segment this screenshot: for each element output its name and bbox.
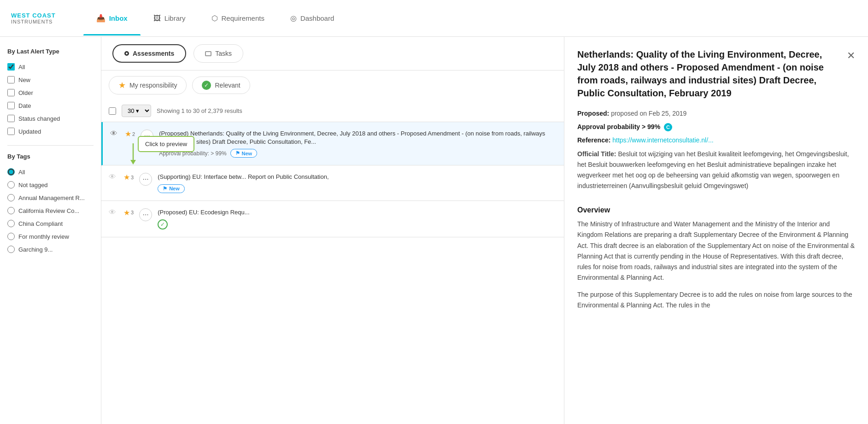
sidebar-section-tags: By Tags All Not tagged Annual Management… xyxy=(7,153,94,256)
sidebar-item-tag-annual[interactable]: Annual Management R... xyxy=(7,191,94,204)
sidebar: By Last Alert Type All New Older Date xyxy=(0,37,101,424)
nav-tab-library[interactable]: 🖼 Library xyxy=(141,1,199,35)
radio-annual[interactable] xyxy=(7,194,15,201)
tab-assessments[interactable]: Assessments xyxy=(112,44,186,63)
items-list: Click to preview 👁 ★ 2 xyxy=(101,122,564,424)
sidebar-item-tag-china[interactable]: China Compliant xyxy=(7,217,94,230)
assessments-dot-icon xyxy=(124,51,129,56)
list-item[interactable]: 👁 ★ 3 ··· (Proposed) EU: Ecodesign Requ.… xyxy=(101,201,564,237)
main-nav: 📥 Inbox 🖼 Library ⬡ Requirements ◎ Dashb… xyxy=(83,1,347,35)
checkbox-status-changed[interactable] xyxy=(7,115,15,122)
overview-section-title: Overview xyxy=(577,206,855,214)
list-item[interactable]: 👁 ★ 3 ··· (Supporting) EU: Interface bet… xyxy=(101,165,564,200)
tooltip-text: Click to preview xyxy=(145,141,187,147)
item-stars: ★ 3 xyxy=(123,208,134,217)
main-content: By Last Alert Type All New Older Date xyxy=(0,37,868,424)
sidebar-label-status-changed: Status changed xyxy=(18,115,60,122)
nav-tab-requirements-label: Requirements xyxy=(222,14,264,22)
radio-garching[interactable] xyxy=(7,246,15,253)
sidebar-item-older[interactable]: Older xyxy=(7,86,94,99)
badge-new: ⚑ New xyxy=(158,184,185,193)
inbox-icon: 📥 xyxy=(96,14,106,23)
star-filled-icon: ★ xyxy=(125,130,131,138)
item-stars: ★ 3 xyxy=(123,173,134,182)
nav-tab-inbox[interactable]: 📥 Inbox xyxy=(83,1,141,35)
eye-icon[interactable]: 👁 xyxy=(110,130,117,137)
sidebar-section1-title: By Last Alert Type xyxy=(7,48,94,55)
reference-label: Reference: xyxy=(577,136,610,144)
my-responsibility-button[interactable]: ★ My responsibility xyxy=(109,76,187,94)
approval-label: Approval probability > 99% xyxy=(577,123,660,130)
relevant-button[interactable]: ✓ Relevant xyxy=(192,77,250,94)
info-icon[interactable]: C xyxy=(664,123,672,131)
close-button[interactable]: ✕ xyxy=(847,50,855,62)
logo: WEST COAST INSTRUMENTS xyxy=(11,12,56,24)
sidebar-item-status-changed[interactable]: Status changed xyxy=(7,112,94,125)
eye-icon[interactable]: 👁 xyxy=(109,208,116,216)
eye-icon[interactable]: 👁 xyxy=(109,173,116,181)
dashboard-icon: ◎ xyxy=(290,14,297,23)
my-responsibility-label: My responsibility xyxy=(129,82,177,89)
sidebar-item-new[interactable]: New xyxy=(7,73,94,86)
nav-tab-dashboard[interactable]: ◎ Dashboard xyxy=(277,1,347,35)
item-more-button[interactable]: ··· xyxy=(139,173,152,186)
official-title-paragraph: Official Title: Besluit tot wijziging va… xyxy=(577,149,855,191)
tab-tasks-label: Tasks xyxy=(215,50,232,57)
nav-tab-inbox-label: Inbox xyxy=(109,14,128,22)
checkmark-icon: ✓ xyxy=(202,81,211,90)
item-content: (Proposed) EU: Ecodesign Requ... ✓ xyxy=(158,208,557,230)
checkbox-older[interactable] xyxy=(7,89,15,96)
proposed-meta-row: Proposed: proposed on Feb 25, 2019 xyxy=(577,109,855,118)
sidebar-item-all[interactable]: All xyxy=(7,60,94,73)
item-eye-icon-wrapper: 👁 xyxy=(110,130,119,138)
sidebar-section-alert-type: By Last Alert Type All New Older Date xyxy=(7,48,94,138)
radio-tag-all[interactable] xyxy=(7,168,15,176)
tab-bar: Assessments Tasks xyxy=(101,37,564,71)
per-page-select[interactable]: 30 ▾ xyxy=(122,105,151,117)
item-more-button[interactable]: ··· xyxy=(139,208,152,221)
item-content: (Proposed) Netherlands: Quality of the L… xyxy=(159,130,557,158)
badge-new: ⚑ New xyxy=(230,149,258,158)
top-nav: WEST COAST INSTRUMENTS 📥 Inbox 🖼 Library… xyxy=(0,0,868,37)
preview-tooltip: Click to preview xyxy=(138,136,194,152)
sidebar-item-date[interactable]: Date xyxy=(7,99,94,112)
reference-link[interactable]: https://www.internetconsultatie.nl/... xyxy=(612,136,713,144)
item-title: (Proposed) EU: Ecodesign Requ... xyxy=(158,208,557,217)
sidebar-label-not-tagged: Not tagged xyxy=(18,182,48,188)
badge-flag-icon: ⚑ xyxy=(235,150,240,156)
center-panel: Assessments Tasks ★ My responsibility ✓ … xyxy=(101,37,564,424)
radio-california[interactable] xyxy=(7,207,15,214)
sidebar-item-tag-garching[interactable]: Garching 9... xyxy=(7,243,94,256)
sidebar-item-updated[interactable]: Updated xyxy=(7,125,94,138)
tab-tasks[interactable]: Tasks xyxy=(194,44,243,63)
sidebar-label-garching: Garching 9... xyxy=(18,246,53,253)
star-icon: ★ xyxy=(118,80,126,90)
sidebar-item-tag-not-tagged[interactable]: Not tagged xyxy=(7,178,94,191)
radio-monthly[interactable] xyxy=(7,233,15,240)
checkbox-updated[interactable] xyxy=(7,128,15,135)
reference-meta-row: Reference: https://www.internetconsultat… xyxy=(577,135,855,145)
relevant-check-icon: ✓ xyxy=(158,219,168,230)
star-count: 3 xyxy=(131,210,134,215)
sidebar-item-tag-california[interactable]: California Review Co... xyxy=(7,204,94,217)
logo-line1: WEST COAST xyxy=(11,12,56,19)
checkbox-new[interactable] xyxy=(7,76,15,83)
proposed-label: Proposed: xyxy=(577,110,609,117)
filter-bar: ★ My responsibility ✓ Relevant xyxy=(101,71,564,100)
item-eye-icon-wrapper: 👁 xyxy=(109,208,118,217)
sidebar-label-california: California Review Co... xyxy=(18,207,79,214)
requirements-icon: ⬡ xyxy=(211,14,218,23)
checkbox-all[interactable] xyxy=(7,63,15,71)
radio-not-tagged[interactable] xyxy=(7,181,15,188)
sidebar-item-tag-monthly[interactable]: For monthly review xyxy=(7,230,94,243)
star-filled-icon: ★ xyxy=(123,173,130,182)
sidebar-divider xyxy=(7,145,94,146)
radio-china[interactable] xyxy=(7,220,15,227)
select-all-checkbox[interactable] xyxy=(109,107,116,115)
right-panel-title: Netherlands: Quality of the Living Envir… xyxy=(577,48,847,100)
item-title: (Supporting) EU: Interface betw... Repor… xyxy=(158,173,557,181)
checkbox-date[interactable] xyxy=(7,102,15,109)
nav-tab-requirements[interactable]: ⬡ Requirements xyxy=(199,1,277,35)
list-item[interactable]: Click to preview 👁 ★ 2 xyxy=(101,122,564,165)
sidebar-item-tag-all[interactable]: All xyxy=(7,165,94,178)
